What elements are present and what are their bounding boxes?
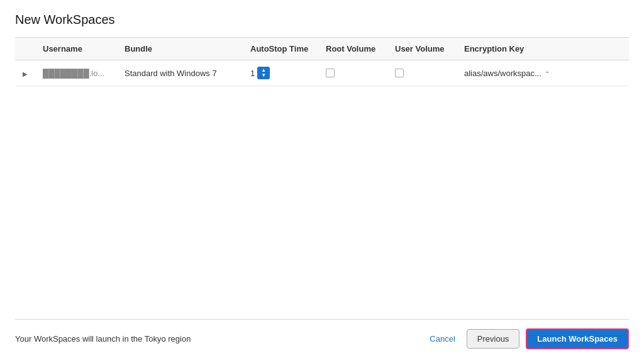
table-container: Username Bundle AutoStop Time Root Volum… bbox=[15, 38, 629, 319]
footer-actions: Cancel Previous Launch WorkSpaces bbox=[425, 328, 629, 349]
page-title: New WorkSpaces bbox=[15, 13, 629, 27]
col-header-autostop: AutoStop Time bbox=[243, 38, 318, 60]
user-volume-checkbox[interactable] bbox=[395, 69, 404, 77]
col-header-encryption-key: Encryption Key bbox=[457, 38, 629, 60]
root-volume-checkbox-container bbox=[326, 69, 380, 77]
user-volume-checkbox-container bbox=[395, 69, 449, 77]
col-header-user-volume: User Volume bbox=[387, 38, 457, 60]
footer: Your WorkSpaces will launch in the Tokyo… bbox=[15, 319, 629, 358]
row-autostop-cell: 1 ▲ ▼ bbox=[243, 60, 318, 86]
col-header-username: Username bbox=[35, 38, 117, 60]
row-user-volume-cell bbox=[387, 60, 457, 86]
row-username-cell: ████████.lo... bbox=[35, 60, 117, 86]
autostop-value: 1 bbox=[250, 69, 255, 78]
encryption-key-chevron-icon[interactable]: ⌃ bbox=[545, 70, 550, 77]
col-header-bundle: Bundle bbox=[117, 38, 243, 60]
bundle-value: Standard with Windows 7 bbox=[125, 69, 217, 78]
col-header-root-volume: Root Volume bbox=[318, 38, 387, 60]
page-container: New WorkSpaces Username Bundle AutoStop … bbox=[0, 0, 644, 358]
launch-workspaces-button[interactable]: Launch WorkSpaces bbox=[526, 328, 629, 349]
spinner-down-icon: ▼ bbox=[261, 73, 266, 78]
previous-button[interactable]: Previous bbox=[467, 329, 520, 349]
col-header-expand bbox=[15, 38, 35, 60]
row-encryption-key-cell: alias/aws/workspac... ⌃ bbox=[457, 60, 629, 86]
row-expand-cell: ▶ bbox=[15, 60, 35, 86]
row-root-volume-cell bbox=[318, 60, 387, 86]
table-header-row: Username Bundle AutoStop Time Root Volum… bbox=[15, 38, 629, 60]
row-bundle-cell: Standard with Windows 7 bbox=[117, 60, 243, 86]
footer-message: Your WorkSpaces will launch in the Tokyo… bbox=[15, 334, 191, 344]
workspaces-table: Username Bundle AutoStop Time Root Volum… bbox=[15, 38, 629, 86]
autostop-container: 1 ▲ ▼ bbox=[250, 67, 311, 79]
cancel-button[interactable]: Cancel bbox=[425, 330, 460, 347]
table-row: ▶ ████████.lo... Standard with Windows 7… bbox=[15, 60, 629, 86]
expand-arrow-icon[interactable]: ▶ bbox=[23, 70, 28, 77]
username-value: ████████.lo... bbox=[43, 69, 104, 78]
autostop-spinner[interactable]: ▲ ▼ bbox=[257, 67, 270, 79]
encryption-key-value: alias/aws/workspac... bbox=[464, 69, 541, 78]
root-volume-checkbox[interactable] bbox=[326, 69, 335, 77]
